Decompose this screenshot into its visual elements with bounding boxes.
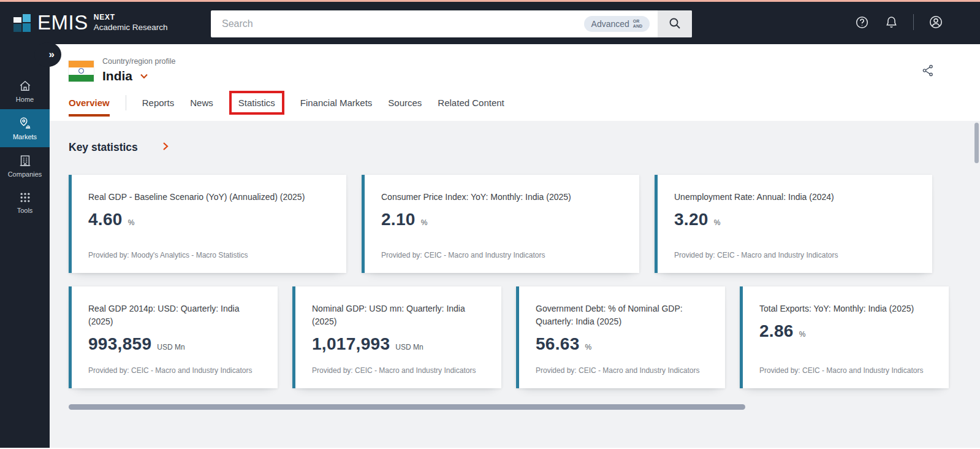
sidebar-item-label: Markets: [13, 133, 37, 140]
sidebar-item-label: Companies: [8, 171, 42, 178]
stat-provider: Provided by: CEIC - Macro and Industry I…: [759, 366, 923, 375]
sidebar-item-label: Tools: [17, 207, 33, 214]
stat-cards-row-1: Real GDP - Baseline Scenario (YoY) (Annu…: [69, 175, 932, 273]
notifications-bell-icon[interactable]: [884, 15, 898, 29]
stat-card-real-gdp-usd[interactable]: Real GDP 2014p: USD: Quarterly: India (2…: [69, 286, 278, 388]
stat-title: Nominal GDP: USD mn: Quarterly: India (2…: [312, 302, 485, 328]
search-input[interactable]: [211, 10, 584, 37]
tab-news[interactable]: News: [190, 98, 213, 108]
stat-value: 993,859: [88, 334, 151, 354]
india-flag-icon: [69, 61, 94, 82]
sidebar-item-companies[interactable]: Companies: [0, 147, 50, 184]
brand-name: EMIS: [37, 12, 88, 33]
main-content: Country/region profile India Overview Re…: [50, 44, 980, 448]
tab-statistics[interactable]: Statistics: [238, 98, 275, 108]
stat-unit: %: [421, 218, 428, 227]
stat-provider: Provided by: CEIC - Macro and Industry I…: [381, 251, 545, 259]
stat-title: Consumer Price Index: YoY: Monthly: Indi…: [381, 191, 623, 204]
ashoka-chakra-icon: [78, 68, 84, 74]
horizontal-scrollbar[interactable]: [69, 404, 745, 410]
top-accent-line: [0, 0, 980, 2]
stat-provider: Provided by: CEIC - Macro and Industry I…: [88, 366, 252, 375]
header-divider: [913, 14, 914, 30]
stat-card-unemployment[interactable]: Unemployment Rate: Annual: India (2024) …: [655, 175, 932, 273]
search-icon: [667, 16, 682, 33]
markets-icon: [18, 117, 32, 130]
companies-icon: [18, 154, 32, 167]
brand-edition: NEXT: [94, 13, 168, 21]
stat-provider: Provided by: CEIC - Macro and Industry I…: [674, 251, 838, 259]
share-icon[interactable]: [921, 64, 935, 77]
sidebar-item-home[interactable]: Home: [0, 72, 50, 109]
stat-title: Total Exports: YoY: Monthly: India (2025…: [759, 302, 933, 315]
search-button[interactable]: [658, 10, 692, 37]
stat-unit: USD Mn: [157, 343, 184, 351]
stat-title: Real GDP - Baseline Scenario (YoY) (Annu…: [88, 191, 330, 204]
sidebar-item-tools[interactable]: Tools: [0, 184, 50, 221]
stat-unit: USD Mn: [395, 343, 423, 351]
advanced-label: Advanced: [591, 19, 629, 29]
stat-unit: %: [585, 343, 592, 351]
stat-value: 1,017,993: [312, 334, 390, 354]
tab-financial-markets[interactable]: Financial Markets: [300, 98, 373, 108]
boolean-operators-icon: ORAND: [633, 19, 642, 29]
emis-logo-mark-icon: [13, 12, 32, 33]
page-title: India: [102, 69, 132, 83]
sidebar: Home Markets Companies: [0, 44, 50, 448]
tab-related-content[interactable]: Related Content: [438, 98, 504, 108]
sidebar-item-label: Home: [16, 96, 34, 103]
stat-value: 2.86: [759, 321, 794, 341]
profile-kicker: Country/region profile: [102, 57, 176, 66]
sidebar-expand-button[interactable]: »: [34, 42, 61, 67]
profile-tabs: Overview Reports News Statistics Financi…: [69, 91, 504, 115]
stat-title: Unemployment Rate: Annual: India (2024): [674, 191, 916, 204]
emis-logo[interactable]: EMIS NEXT Academic Research: [13, 12, 168, 33]
stat-value: 2.10: [381, 210, 416, 229]
tab-divider: [126, 95, 126, 110]
section-title: Key statistics: [69, 141, 138, 154]
profile-header: Country/region profile India Overview Re…: [50, 44, 980, 121]
annotation-highlight-box: Statistics: [229, 91, 284, 115]
chevron-down-icon: [140, 71, 148, 82]
chevron-right-icon: [162, 142, 169, 153]
top-bar: EMIS NEXT Academic Research Advanced ORA…: [0, 0, 980, 44]
tools-grid-icon: [19, 191, 31, 204]
brand-subtitle: Academic Research: [94, 23, 168, 32]
sidebar-item-markets[interactable]: Markets: [0, 109, 50, 147]
stat-value: 4.60: [88, 210, 123, 229]
stat-card-nominal-gdp[interactable]: Nominal GDP: USD mn: Quarterly: India (2…: [292, 286, 501, 388]
chevron-double-right-icon: »: [49, 48, 55, 61]
stat-value: 3.20: [674, 210, 708, 229]
stat-provider: Provided by: CEIC - Macro and Industry I…: [536, 366, 699, 375]
tab-sources[interactable]: Sources: [388, 98, 422, 108]
country-selector[interactable]: India: [102, 69, 148, 83]
home-icon: [18, 79, 32, 93]
account-icon[interactable]: [929, 15, 943, 29]
stat-unit: %: [799, 330, 806, 339]
stat-card-government-debt[interactable]: Government Debt: % of Nominal GDP: Quart…: [516, 286, 725, 388]
stat-provider: Provided by: CEIC - Macro and Industry I…: [312, 366, 476, 375]
stat-card-real-gdp-baseline[interactable]: Real GDP - Baseline Scenario (YoY) (Annu…: [69, 175, 346, 273]
stat-unit: %: [714, 218, 721, 227]
stat-value: 56.63: [536, 334, 580, 354]
stat-card-total-exports[interactable]: Total Exports: YoY: Monthly: India (2025…: [740, 286, 949, 388]
search-bar: Advanced ORAND: [211, 10, 692, 37]
stat-cards-row-2: Real GDP 2014p: USD: Quarterly: India (2…: [69, 286, 949, 388]
vertical-scrollbar[interactable]: [974, 123, 979, 163]
stat-title: Real GDP 2014p: USD: Quarterly: India (2…: [88, 302, 262, 328]
stat-card-cpi[interactable]: Consumer Price Index: YoY: Monthly: Indi…: [362, 175, 639, 273]
tab-reports[interactable]: Reports: [142, 98, 175, 108]
stat-provider: Provided by: Moody's Analytics - Macro S…: [88, 251, 248, 259]
help-icon[interactable]: [854, 15, 869, 29]
tab-overview[interactable]: Overview: [69, 98, 110, 108]
stat-title: Government Debt: % of Nominal GDP: Quart…: [536, 302, 709, 328]
key-statistics-link[interactable]: Key statistics: [69, 141, 169, 154]
advanced-search-button[interactable]: Advanced ORAND: [584, 16, 650, 32]
stat-unit: %: [128, 218, 135, 227]
